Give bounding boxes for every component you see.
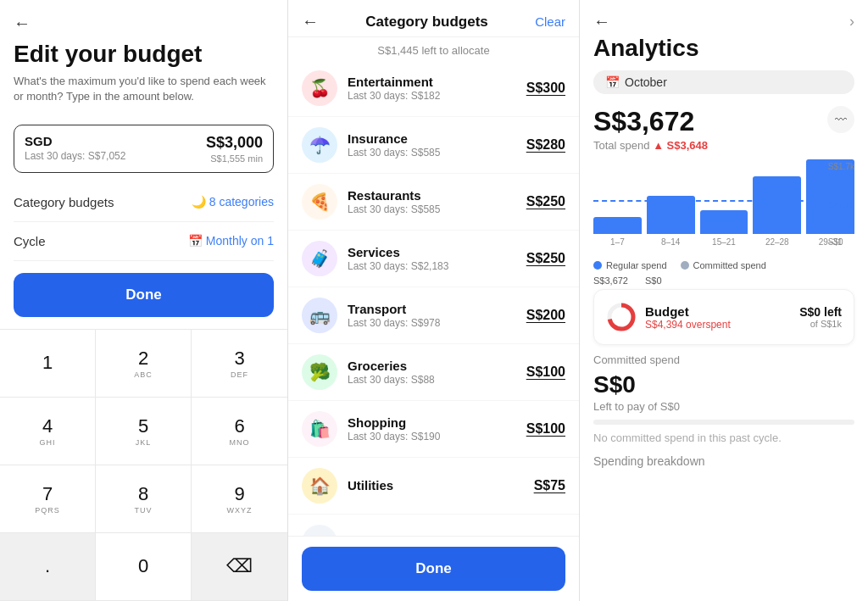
- bar-1-7: [593, 217, 642, 234]
- chevron-right-icon[interactable]: ›: [849, 13, 854, 31]
- category-amount[interactable]: S$100: [526, 421, 565, 437]
- category-last30: Last 30 days: S$585: [348, 147, 526, 159]
- panel2-done-wrap: Done: [288, 536, 579, 601]
- done-button[interactable]: Done: [302, 547, 565, 591]
- bar-22-28: [753, 176, 801, 234]
- category-budgets-panel: ← Category budgets Clear S$1,445 left to…: [288, 0, 580, 601]
- category-name: Shopping: [348, 415, 526, 430]
- category-last30: Last 30 days: S$88: [348, 374, 526, 386]
- no-committed-text: No committed spend in this past cycle.: [593, 431, 854, 444]
- category-icon: 🏠: [302, 468, 337, 504]
- category-budgets-value: 🌙8 categories: [192, 195, 274, 209]
- done-button[interactable]: Done: [14, 273, 274, 317]
- category-last30: Last 30 days: S$190: [348, 431, 526, 442]
- key-0[interactable]: 0: [96, 533, 192, 601]
- category-name: Utilities: [348, 478, 534, 492]
- key-5[interactable]: 5JKL: [96, 398, 192, 465]
- bar-label-8-14: 8–14: [661, 237, 680, 247]
- category-name: Insurance: [348, 131, 526, 146]
- category-amount[interactable]: S$200: [526, 308, 565, 323]
- bar-group-15-21: 15–21: [700, 210, 748, 247]
- back-button[interactable]: ←: [593, 12, 610, 31]
- legend-dot-regular: [593, 261, 602, 270]
- category-amount[interactable]: S$75: [534, 478, 565, 493]
- total-spend-amount: S$3,672: [593, 106, 708, 137]
- bar-group-29-31: 29–31: [806, 159, 854, 247]
- page-subtitle: What's the maximum you'd like to spend e…: [14, 74, 274, 104]
- list-item[interactable]: 🍒 Entertainment Last 30 days: S$182 S$30…: [288, 60, 579, 117]
- key-6[interactable]: 6MNO: [192, 398, 287, 465]
- key-7[interactable]: 7PQRS: [0, 465, 96, 533]
- back-button[interactable]: ←: [302, 12, 319, 31]
- category-info: Restaurants Last 30 days: S$585: [348, 188, 526, 215]
- chart-bars: 1–7 8–14 15–21 22–28: [593, 162, 854, 247]
- key-1[interactable]: 1: [0, 330, 96, 398]
- list-item[interactable]: 🛍️ Shopping Last 30 days: S$190 S$100: [288, 401, 579, 458]
- category-budgets-label: Category budgets: [14, 195, 114, 209]
- chart-toggle-button[interactable]: 〰: [827, 106, 854, 133]
- budget-input-box[interactable]: SGD Last 30 days: S$7,052 S$3,000 S$1,55…: [14, 125, 274, 173]
- category-info: Utilities: [348, 478, 534, 493]
- list-item[interactable]: 🏠 Utilities S$75: [288, 458, 579, 515]
- page-title: Edit your budget: [14, 40, 274, 69]
- analytics-panel: ← › Analytics 📅 October S$3,672 Total sp…: [580, 0, 868, 601]
- back-button[interactable]: ←: [14, 14, 31, 33]
- category-amount[interactable]: S$250: [526, 194, 565, 209]
- key-8[interactable]: 8TUV: [96, 465, 192, 533]
- key-2[interactable]: 2ABC: [96, 330, 192, 398]
- chart-legend: Regular spend Committed spend: [593, 260, 854, 270]
- budget-min: S$1,555 min: [206, 153, 263, 164]
- bar-8-14: [647, 196, 695, 234]
- category-name: Entertainment: [348, 75, 526, 89]
- legend-label-committed: Committed spend: [693, 260, 766, 270]
- key-4[interactable]: 4GHI: [0, 398, 96, 465]
- key-3[interactable]: 3DEF: [192, 330, 287, 398]
- committed-sub: Left to pay of S$0: [593, 400, 854, 413]
- spend-info: S$3,672 Total spend ▲ S$3,648: [593, 106, 708, 152]
- list-item[interactable]: 💵 Cash S$0: [288, 515, 579, 536]
- currency-label: SGD: [25, 134, 125, 148]
- budget-of-label: of S$1k: [799, 319, 842, 329]
- category-amount[interactable]: S$100: [526, 364, 565, 380]
- key-backspace[interactable]: ⌫: [192, 533, 287, 601]
- category-icon: 💵: [302, 525, 337, 536]
- legend-committed: Committed spend: [681, 260, 766, 270]
- budget-card: Budget S$4,394 overspent S$0 left of S$1…: [593, 289, 854, 345]
- category-icon: 🥦: [302, 354, 337, 390]
- cycle-label: Cycle: [14, 234, 46, 248]
- category-icon: ☂️: [302, 127, 337, 163]
- category-amount[interactable]: S$280: [526, 137, 565, 153]
- category-name: Services: [348, 245, 526, 259]
- legend-label-regular: Regular spend: [606, 260, 667, 270]
- calendar-icon: 📅: [605, 75, 620, 89]
- list-item[interactable]: 🥦 Groceries Last 30 days: S$88 S$100: [288, 344, 579, 401]
- category-amount[interactable]: S$250: [526, 251, 565, 266]
- category-name: Restaurants: [348, 188, 526, 203]
- list-item[interactable]: ☂️ Insurance Last 30 days: S$585 S$280: [288, 117, 579, 174]
- category-last30: Last 30 days: S$978: [348, 317, 526, 329]
- category-info: Groceries Last 30 days: S$88: [348, 359, 526, 386]
- month-selector[interactable]: 📅 October: [593, 70, 854, 94]
- panel3-header: ← ›: [580, 0, 868, 35]
- category-budgets-row[interactable]: Category budgets 🌙8 categories: [14, 183, 274, 222]
- cycle-row[interactable]: Cycle 📅Monthly on 1: [14, 222, 274, 261]
- category-amount[interactable]: S$300: [526, 81, 565, 96]
- legend-regular: Regular spend: [593, 260, 667, 270]
- spend-chart: 1–7 8–14 15–21 22–28: [593, 162, 854, 281]
- list-item[interactable]: 🍕 Restaurants Last 30 days: S$585 S$250: [288, 174, 579, 231]
- list-item[interactable]: 🚌 Transport Last 30 days: S$978 S$200: [288, 287, 579, 344]
- list-item[interactable]: 🧳 Services Last 30 days: S$2,183 S$250: [288, 231, 579, 287]
- key-dot[interactable]: .: [0, 533, 96, 601]
- spending-breakdown-label: Spending breakdown: [593, 454, 854, 475]
- bar-label-29-31: 29–31: [819, 237, 843, 247]
- category-info: Insurance Last 30 days: S$585: [348, 131, 526, 159]
- category-info: Services Last 30 days: S$2,183: [348, 245, 526, 272]
- clear-button[interactable]: Clear: [535, 14, 565, 29]
- panel2-header: ← Category budgets Clear: [288, 0, 579, 37]
- budget-donut-chart: [606, 302, 637, 332]
- bar-label-22-28: 22–28: [765, 237, 789, 247]
- bar-group-22-28: 22–28: [753, 176, 801, 247]
- legend-amounts: S$3,672 S$0: [593, 275, 854, 286]
- category-info: Transport Last 30 days: S$978: [348, 302, 526, 329]
- key-9[interactable]: 9WXYZ: [192, 465, 287, 533]
